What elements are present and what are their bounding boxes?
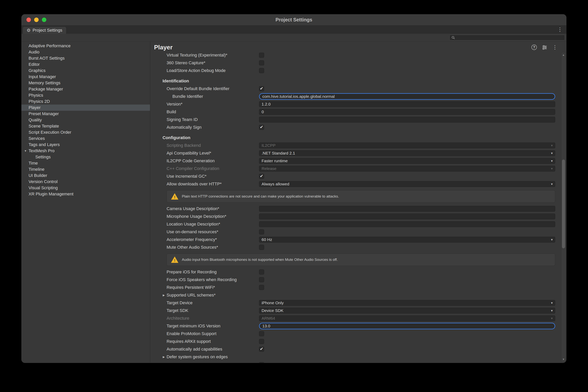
dropdown[interactable]: iPhone Only▾ bbox=[259, 300, 555, 306]
dropdown[interactable]: Device SDK▾ bbox=[259, 308, 555, 314]
foldout-expanded-icon[interactable]: ▼ bbox=[24, 148, 27, 154]
checkbox[interactable]: ✔ bbox=[259, 174, 264, 179]
sidebar-item-editor[interactable]: Editor bbox=[22, 61, 150, 68]
scrollbar-track[interactable]: ▲ ▼ bbox=[561, 52, 566, 362]
sidebar-item-package-manager[interactable]: Package Manager bbox=[22, 86, 150, 92]
dropdown[interactable]: 60 Hz▾ bbox=[259, 237, 555, 242]
sidebar-item-settings[interactable]: Settings bbox=[22, 154, 150, 160]
title-bar[interactable]: Project Settings bbox=[22, 14, 566, 26]
sidebar-item-adaptive-performance[interactable]: Adaptive Performance bbox=[22, 43, 150, 49]
sidebar-item-label: Time bbox=[29, 161, 38, 166]
dropdown-value: Always allowed bbox=[262, 182, 289, 186]
help-icon[interactable]: ? bbox=[531, 44, 537, 50]
sidebar-item-visual-scripting[interactable]: Visual Scripting bbox=[22, 185, 150, 191]
sidebar-item-textmesh-pro[interactable]: ▼TextMesh Pro bbox=[22, 148, 150, 154]
sidebar-item-script-execution-order[interactable]: Script Execution Order bbox=[22, 129, 150, 136]
dropdown[interactable]: Faster runtime▾ bbox=[259, 158, 555, 164]
dropdown[interactable]: .NET Standard 2.1▾ bbox=[259, 150, 555, 156]
sidebar-item-services[interactable]: Services bbox=[22, 136, 150, 142]
checkbox[interactable] bbox=[259, 53, 264, 58]
tab-project-settings[interactable]: ⚙ Project Settings bbox=[23, 26, 67, 34]
sidebar-item-audio[interactable]: Audio bbox=[22, 49, 150, 55]
chevron-down-icon: ▾ bbox=[551, 301, 553, 305]
text-field-value: com.hive.tutorial.ios.apple.global.norma… bbox=[262, 94, 335, 99]
checkbox[interactable] bbox=[259, 68, 264, 73]
checkbox[interactable] bbox=[259, 331, 264, 336]
search-box[interactable] bbox=[449, 35, 565, 40]
checkbox[interactable]: ✔ bbox=[259, 347, 264, 352]
search-input[interactable] bbox=[456, 36, 563, 40]
text-field[interactable]: 1.2.0 bbox=[259, 101, 555, 107]
panel-menu-icon[interactable]: ⋮ bbox=[552, 45, 557, 50]
tab-area-menu-icon[interactable]: ⋮ bbox=[557, 26, 562, 32]
zoom-button[interactable] bbox=[42, 18, 46, 22]
text-field[interactable] bbox=[259, 117, 555, 122]
sidebar-item-label: Tags and Layers bbox=[29, 142, 60, 147]
dropdown[interactable]: Always allowed▾ bbox=[259, 181, 555, 187]
foldout-collapsed-icon[interactable]: ▶ bbox=[163, 355, 167, 358]
checkbox[interactable] bbox=[259, 60, 264, 66]
sidebar-item-xr-plugin-management[interactable]: XR Plugin Management bbox=[22, 191, 150, 197]
text-field-value: 13.0 bbox=[262, 324, 270, 328]
sidebar-item-graphics[interactable]: Graphics bbox=[22, 68, 150, 74]
row-label[interactable]: Supported URL schemes* bbox=[167, 293, 259, 298]
sidebar-item-scene-template[interactable]: Scene Template bbox=[22, 123, 150, 129]
warning-icon bbox=[171, 256, 178, 263]
row-label: Target SDK bbox=[167, 308, 259, 313]
sidebar-item-version-control[interactable]: Version Control bbox=[22, 179, 150, 185]
sidebar-item-ui-builder[interactable]: UI Builder bbox=[22, 172, 150, 179]
checkbox[interactable] bbox=[259, 277, 264, 282]
text-field[interactable]: com.hive.tutorial.ios.apple.global.norma… bbox=[259, 93, 555, 100]
row-label: Api Compatibility Level* bbox=[167, 151, 259, 156]
sidebar-item-burst-aot-settings[interactable]: Burst AOT Settings bbox=[22, 55, 150, 61]
settings-row-c-compiler-configuration: C++ Compiler ConfigurationRelease▾ bbox=[150, 165, 566, 172]
preset-sliders-icon[interactable] bbox=[542, 44, 547, 50]
row-label: Location Usage Description* bbox=[167, 222, 259, 227]
checkbox[interactable] bbox=[259, 362, 264, 363]
text-field[interactable] bbox=[259, 214, 555, 219]
settings-row-il2cpp-code-generation: IL2CPP Code GenerationFaster runtime▾ bbox=[150, 157, 566, 165]
sidebar-item-preset-manager[interactable]: Preset Manager bbox=[22, 111, 150, 117]
warning-text: Plain text HTTP connections are not secu… bbox=[182, 194, 339, 198]
scroll-down-arrow-icon[interactable]: ▼ bbox=[561, 357, 565, 361]
text-field[interactable]: 0 bbox=[259, 109, 555, 115]
sidebar-item-time[interactable]: Time bbox=[22, 160, 150, 166]
checkbox[interactable] bbox=[259, 339, 264, 344]
settings-row-load-store-action-debug-mode: Load/Store Action Debug Mode bbox=[150, 67, 566, 74]
row-label: Architecture bbox=[167, 316, 259, 321]
sidebar-item-memory-settings[interactable]: Memory Settings bbox=[22, 80, 150, 86]
scrollbar-thumb[interactable] bbox=[562, 160, 565, 248]
close-button[interactable] bbox=[27, 18, 31, 22]
text-field[interactable] bbox=[259, 221, 555, 227]
sidebar-item-quality[interactable]: Quality bbox=[22, 117, 150, 123]
main-area: Adaptive PerformanceAudioBurst AOT Setti… bbox=[22, 42, 566, 363]
text-field[interactable]: 13.0 bbox=[259, 323, 555, 329]
sidebar-item-player[interactable]: Player bbox=[22, 104, 150, 111]
row-label: Microphone Usage Description* bbox=[167, 214, 259, 219]
sidebar-item-physics[interactable]: Physics bbox=[22, 92, 150, 98]
tab-strip: ⚙ Project Settings ⋮ bbox=[22, 26, 566, 34]
row-label: Allow downloads over HTTP* bbox=[167, 182, 259, 186]
sidebar-item-physics-2d[interactable]: Physics 2D bbox=[22, 98, 150, 104]
sidebar-item-label: XR Plugin Management bbox=[29, 192, 73, 196]
sidebar-item-timeline[interactable]: Timeline bbox=[22, 166, 150, 172]
sidebar-item-input-manager[interactable]: Input Manager bbox=[22, 74, 150, 80]
checkbox[interactable]: ✔ bbox=[259, 86, 264, 91]
checkbox[interactable]: ✔ bbox=[259, 125, 264, 130]
checkbox[interactable] bbox=[259, 285, 264, 290]
row-label: Force iOS Speakers when Recording bbox=[167, 277, 259, 282]
header-icons: ? ⋮ bbox=[531, 44, 557, 50]
checkbox[interactable] bbox=[259, 245, 264, 250]
scroll-up-arrow-icon[interactable]: ▲ bbox=[561, 53, 565, 57]
text-field[interactable] bbox=[259, 206, 555, 212]
foldout-collapsed-icon[interactable]: ▶ bbox=[163, 294, 167, 297]
checkbox[interactable] bbox=[259, 229, 264, 234]
checkbox[interactable] bbox=[259, 270, 264, 274]
sidebar-item-tags-and-layers[interactable]: Tags and Layers bbox=[22, 142, 150, 148]
settings-row-scripting-backend: Scripting BackendIL2CPP▾ bbox=[150, 142, 566, 149]
row-label[interactable]: Defer system gestures on edges bbox=[167, 354, 259, 360]
minimize-button[interactable] bbox=[34, 18, 39, 22]
row-label: Build bbox=[167, 110, 259, 114]
row-label: Override Default Bundle Identifier bbox=[167, 86, 259, 91]
sidebar-item-label: Graphics bbox=[29, 68, 46, 73]
